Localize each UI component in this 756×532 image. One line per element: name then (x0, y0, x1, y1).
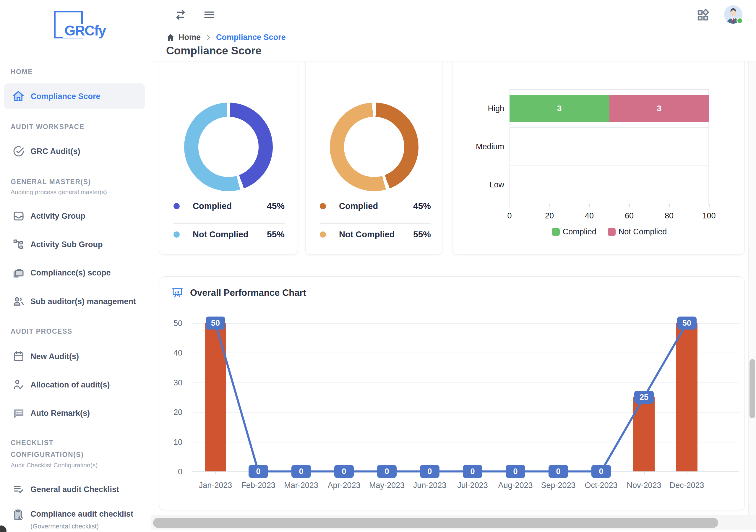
section-header-general-masters: GENERAL MASTER(S) (11, 176, 138, 188)
sidebar-item-sublabel: (Govermental checklist) (30, 522, 99, 530)
sidebar-item-label: Auto Remark(s) (30, 409, 90, 418)
sidebar-item-general-audit-checklist[interactable]: General audit Checklist (0, 481, 151, 498)
comment-list-icon (12, 406, 25, 420)
main-content: Complied 45% Not Complied 55% Complied 4… (151, 62, 756, 515)
legend-label: Not Complied (193, 230, 249, 239)
data-point-label-Nov-2023: 25 (634, 391, 654, 404)
online-status-dot (737, 17, 743, 24)
y-tick-label: 50 (162, 319, 182, 328)
y-tick-label: 20 (162, 408, 182, 417)
app-logo[interactable]: GRCfy (54, 11, 83, 39)
data-point-label-Feb-2023: 0 (249, 465, 268, 478)
x-axis-month-label: Oct-2023 (584, 481, 617, 490)
sidebar-item-compliance-scope[interactable]: Compliance(s) scope (0, 265, 151, 281)
bar-Dec-2023 (676, 323, 697, 471)
sidebar-item-label: Compliance audit checklist (30, 510, 133, 519)
sidebar-item-label: GRC Audit(s) (30, 147, 80, 156)
data-point-label-Dec-2023: 50 (677, 317, 697, 330)
x-tick-label: 80 (665, 211, 674, 221)
legend-row-complied: Complied 45% (174, 197, 284, 215)
breadcrumb-home[interactable]: Home (166, 33, 201, 42)
y-tick-label: 0 (162, 467, 182, 476)
legend-divider (174, 223, 284, 224)
legend-value: 55% (413, 229, 431, 239)
sidebar-item-compliance-audit-checklist[interactable]: Compliance audit checklist (Govermental … (0, 506, 151, 532)
breadcrumb-current[interactable]: Compliance Score (216, 33, 286, 42)
x-axis-month-label: Nov-2023 (627, 481, 661, 490)
section-header-checklist-config: CHECKLIST CONFIGURATION(S) (11, 437, 117, 461)
users-icon (12, 295, 25, 308)
horizontal-scrollbar-thumb[interactable] (153, 518, 718, 528)
swap-arrows-icon[interactable] (174, 8, 188, 22)
sidebar-item-grc-audits[interactable]: GRC Audit(s) (0, 143, 151, 160)
compliance-donut-card-2: Complied 45% Not Complied 55% (305, 62, 443, 255)
page-title: Compliance Score (166, 45, 261, 57)
sidebar-item-label: Activity Sub Group (30, 240, 103, 249)
x-axis-month-label: Jan-2023 (199, 481, 232, 490)
user-avatar[interactable] (724, 5, 742, 24)
sidebar: GRCfy HOME Compliance Score AUDIT WORKSP… (0, 0, 151, 532)
vertical-scrollbar-track[interactable] (748, 62, 756, 515)
legend-value: 45% (413, 201, 431, 211)
x-tick-label: 40 (585, 211, 594, 221)
sidebar-item-new-audits[interactable]: New Audit(s) (0, 348, 151, 365)
sidebar-item-allocation-of-audits[interactable]: Allocation of audit(s) (0, 377, 151, 393)
legend-divider (320, 223, 431, 224)
bar-Jan-2023 (205, 323, 226, 471)
legend-label: Complied (563, 227, 596, 236)
legend-row-complied: Complied 45% (320, 197, 431, 215)
section-subheader: Auditing process general master(s) (11, 189, 107, 196)
data-point-label-May-2023: 0 (377, 465, 397, 478)
sidebar-item-compliance-score[interactable]: Compliance Score (4, 83, 145, 109)
category-label: High (460, 104, 504, 113)
y-tick-label: 10 (162, 438, 182, 447)
legend-swatch (552, 228, 560, 236)
x-axis-month-label: Apr-2023 (328, 481, 360, 490)
sidebar-item-activity-group[interactable]: Activity Group (0, 208, 151, 224)
legend-label: Not Complied (619, 227, 667, 236)
x-axis-month-label: Jun-2023 (413, 481, 446, 490)
severity-stacked-bar-card: High33MediumLow020406080100CompliedNot C… (452, 62, 745, 255)
y-tick-label: 40 (162, 348, 182, 358)
x-axis-month-label: Feb-2023 (241, 481, 276, 490)
horizontal-scrollbar-track[interactable] (151, 515, 756, 530)
sidebar-item-label: Activity Group (30, 212, 85, 221)
data-point-label-Aug-2023: 0 (506, 465, 525, 478)
x-axis-month-label: Mar-2023 (284, 481, 318, 490)
x-tick-label: 0 (507, 211, 512, 221)
legend-label: Complied (193, 201, 232, 211)
data-point-label-Jun-2023: 0 (420, 465, 440, 478)
chevron-right-icon (205, 34, 212, 41)
sidebar-item-auto-remarks[interactable]: Auto Remark(s) (0, 405, 151, 421)
home-icon (12, 90, 25, 103)
legend-row-not-complied: Not Complied 55% (320, 226, 431, 243)
sidebar-item-sub-auditors[interactable]: Sub auditor(s) management (0, 293, 151, 310)
performance-line-series (159, 277, 745, 510)
apps-grid-icon[interactable] (696, 8, 710, 22)
sidebar-item-label: Allocation of audit(s) (30, 380, 110, 389)
data-point-label-Apr-2023: 0 (334, 465, 354, 478)
compliance-donut-card-1: Complied 45% Not Complied 55% (159, 62, 298, 255)
sitemap-icon (12, 238, 25, 251)
x-tick-label: 20 (545, 211, 554, 221)
data-point-label-Mar-2023: 0 (291, 465, 311, 478)
hamburger-menu-icon[interactable] (202, 8, 216, 22)
category-label: Low (460, 180, 504, 189)
title-block: Home Compliance Score Compliance Score (151, 29, 756, 62)
sidebar-item-activity-sub-group[interactable]: Activity Sub Group (0, 236, 151, 253)
x-axis-month-label: Dec-2023 (669, 481, 704, 490)
vertical-scrollbar-thumb[interactable] (749, 359, 755, 418)
x-tick-label: 60 (625, 211, 634, 221)
sidebar-item-label: New Audit(s) (30, 352, 79, 361)
sidebar-item-label: Compliance(s) scope (30, 268, 111, 278)
user-check-icon (12, 378, 25, 392)
sidebar-item-label: General audit Checklist (30, 485, 119, 494)
section-subheader: Audit Checklist Configuration(s) (11, 462, 97, 469)
x-axis-month-label: May-2023 (369, 481, 405, 490)
data-point-label-Sep-2023: 0 (549, 465, 568, 478)
stacked-chart-legend: CompliedNot Complied (509, 227, 709, 236)
check-circle-icon (12, 145, 25, 158)
top-header (151, 0, 756, 29)
briefcase-icon (12, 266, 25, 279)
calendar-icon (12, 350, 25, 363)
